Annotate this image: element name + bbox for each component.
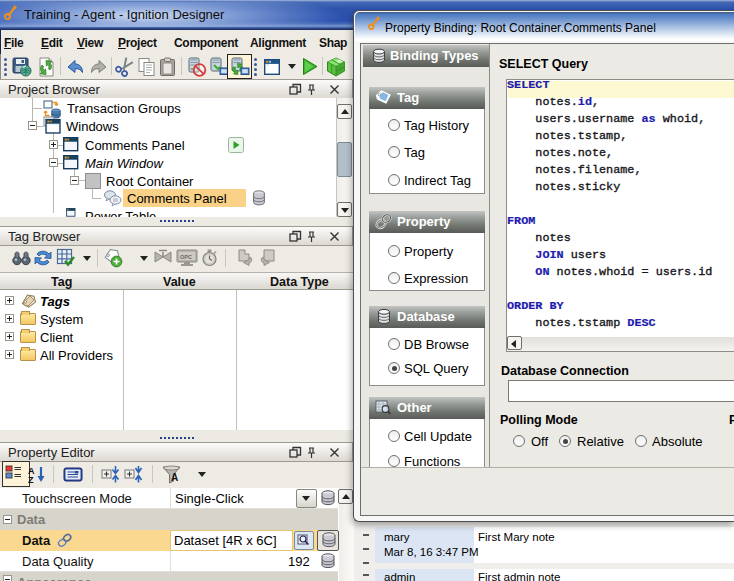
svg-text:A: A	[171, 472, 178, 483]
svg-text:A: A	[28, 466, 35, 476]
svg-text:OPC: OPC	[180, 254, 192, 260]
svg-text:Z: Z	[28, 475, 34, 484]
